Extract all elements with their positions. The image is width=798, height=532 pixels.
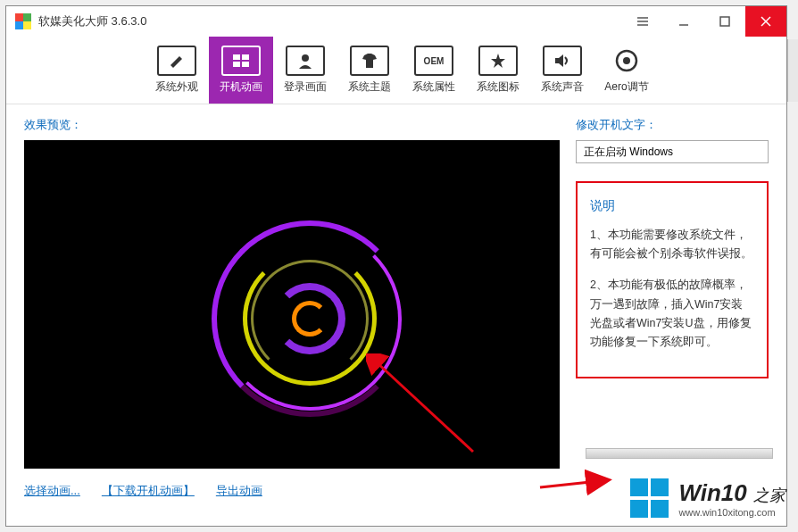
- menu-button[interactable]: [622, 6, 663, 37]
- tab-system-theme[interactable]: 系统主题: [337, 37, 402, 104]
- tab-system-properties[interactable]: OEM 系统属性: [402, 37, 466, 104]
- titlebar: 软媒美化大师 3.6.3.0: [6, 6, 786, 37]
- svg-rect-8: [242, 54, 249, 60]
- svg-rect-9: [233, 62, 240, 67]
- select-animation-link[interactable]: 选择动画...: [24, 483, 80, 499]
- notice-box: 说明 1、本功能需要修改系统文件，有可能会被个别杀毒软件误报。 2、本功能有极低…: [576, 181, 769, 378]
- edit-text-label: 修改开机文字：: [576, 117, 769, 133]
- animation-preview: [24, 140, 560, 469]
- tab-login-screen[interactable]: 登录画面: [273, 37, 337, 104]
- target-icon: [607, 46, 646, 76]
- watermark-url: www.win10xitong.com: [678, 507, 775, 518]
- tab-system-appearance[interactable]: 系统外观: [145, 37, 209, 104]
- oem-icon: OEM: [414, 46, 453, 76]
- window-controls: [622, 6, 786, 37]
- tab-system-icons[interactable]: 系统图标: [466, 37, 530, 104]
- divider-bar: [586, 448, 773, 459]
- notice-paragraph-2: 2、本功能有极低的故障概率，万一遇到故障，插入Win7安装光盘或者Win7安装U…: [590, 276, 754, 352]
- svg-point-13: [623, 57, 630, 64]
- watermark: Win10 之家 www.win10xitong.com: [630, 478, 786, 518]
- user-icon: [286, 46, 325, 76]
- side-strip: [787, 39, 798, 102]
- preview-label: 效果预览：: [24, 117, 560, 133]
- bottom-links: 选择动画... 【下载开机动画】 导出动画: [24, 483, 560, 499]
- content-area: 效果预览： 选择动画... 【下载开机动画】 导出动画: [6, 104, 786, 526]
- tab-system-sound[interactable]: 系统声音: [530, 37, 594, 104]
- window-title: 软媒美化大师 3.6.3.0: [38, 13, 146, 29]
- boot-text-input[interactable]: [576, 140, 769, 163]
- tab-aero-adjust[interactable]: Aero调节: [594, 37, 659, 104]
- notice-title: 说明: [590, 195, 754, 217]
- maximize-button[interactable]: [704, 6, 745, 37]
- speaker-icon: [543, 46, 582, 76]
- watermark-logo: [630, 478, 669, 518]
- brush-icon: [157, 46, 196, 76]
- notice-paragraph-1: 1、本功能需要修改系统文件，有可能会被个别杀毒软件误报。: [590, 226, 754, 264]
- watermark-main: Win10 之家: [678, 479, 786, 507]
- download-animation-link[interactable]: 【下载开机动画】: [102, 483, 195, 499]
- svg-rect-7: [233, 54, 240, 60]
- svg-point-11: [302, 54, 309, 62]
- star-icon: [478, 46, 518, 76]
- export-animation-link[interactable]: 导出动画: [216, 483, 262, 499]
- svg-rect-10: [242, 62, 249, 67]
- app-icon: [15, 13, 31, 29]
- tab-boot-animation[interactable]: 开机动画: [209, 37, 273, 104]
- toolbar: 系统外观 开机动画 登录画面 系统主题 OEM 系统属性 系统图标: [6, 37, 786, 104]
- close-button[interactable]: [745, 6, 786, 37]
- shirt-icon: [350, 46, 389, 76]
- windows-icon: [221, 46, 261, 76]
- minimize-button[interactable]: [663, 6, 704, 37]
- left-panel: 效果预览： 选择动画... 【下载开机动画】 导出动画: [24, 117, 560, 513]
- svg-rect-4: [720, 17, 729, 26]
- boot-animation-graphic: [212, 220, 408, 417]
